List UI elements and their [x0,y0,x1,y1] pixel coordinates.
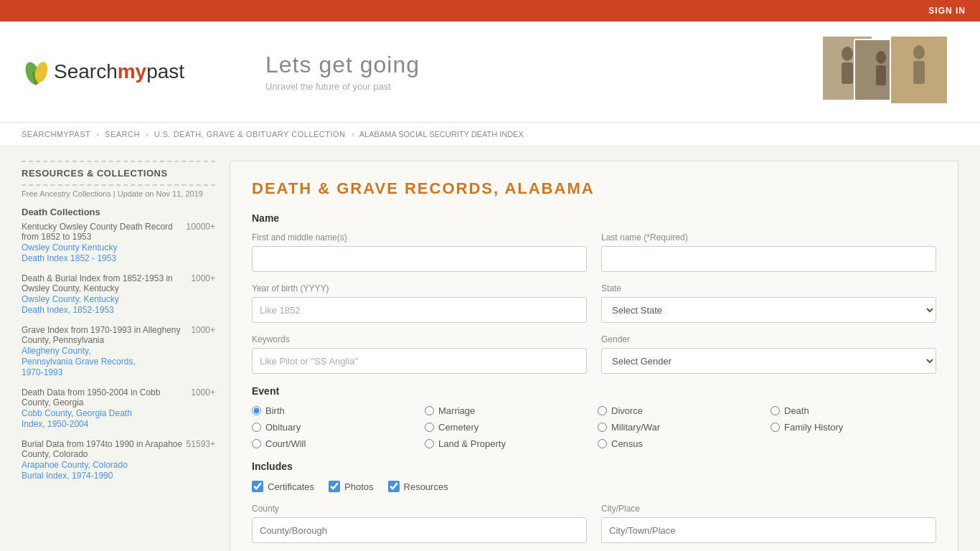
form-title: DEATH & GRAVE RECORDS, ALABAMA [252,179,936,198]
include-resources[interactable]: Resources [388,481,448,492]
event-military-radio[interactable] [598,423,607,432]
svg-rect-6 [842,62,853,84]
sidebar-item-count: 1000+ [191,325,215,335]
event-section-label: Event [252,385,936,397]
event-cemetery[interactable]: Cemetery [425,422,590,433]
event-death-radio[interactable] [771,406,780,415]
city-input[interactable] [601,517,936,543]
sidebar-item-count: 1000+ [191,273,215,283]
event-birth[interactable]: Birth [252,405,418,416]
gender-select[interactable]: Select Gender Male Female Unknown [601,348,936,374]
list-item: Kentucky Owsley County Death Record from… [22,222,215,263]
event-census[interactable]: Census [598,438,763,449]
includes-row: Certificates Photos Resources [252,481,936,492]
sidebar-category: Death Collections [22,207,215,217]
breadcrumb-collection[interactable]: U.S. DEATH, GRAVE & OBITUARY COLLECTION [154,130,346,138]
photo-collage [815,32,958,111]
year-birth-input[interactable] [252,297,587,323]
event-cemetery-radio[interactable] [425,423,434,432]
sidebar-item-desc: Grave Index from 1970-1993 in Allegheny … [22,325,187,345]
include-photos[interactable]: Photos [329,481,373,492]
state-select[interactable]: Select State Alabama Alaska Arizona Arka… [601,297,936,323]
event-family-history-radio[interactable] [771,423,780,432]
keywords-group: Keywords [252,334,587,374]
sidebar-subtitle: Free Ancestry Collections | Update on No… [22,189,215,198]
location-row: County City/Place [252,504,936,543]
event-land[interactable]: Land & Property [425,438,590,449]
sidebar-item-desc: Burial Data from 1974to 1990 in Arapahoe… [22,439,183,459]
event-marriage[interactable]: Marriage [425,405,590,416]
main-layout: RESOURCES & COLLECTIONS Free Ancestry Co… [0,146,980,551]
photos-label: Photos [344,481,373,492]
breadcrumb-search[interactable]: SEARCH [105,130,140,138]
sidebar-item-link-2[interactable]: Owsley County, KentuckyDeath Index, 1852… [22,294,119,315]
breadcrumb-sep3: › [352,130,354,138]
svg-point-7 [876,51,886,64]
event-obituary-radio[interactable] [252,423,261,432]
sidebar-item-desc: Kentucky Owsley County Death Record from… [22,222,183,242]
certificates-label: Certificates [268,481,314,492]
event-family-history[interactable]: Family History [771,422,936,433]
includes-label: Includes [252,461,936,472]
list-item: Grave Index from 1970-1993 in Allegheny … [22,325,215,377]
event-marriage-label: Marriage [438,405,475,416]
event-military[interactable]: Military/War [598,422,763,433]
logo-text: Searchmypast [54,60,184,83]
event-grid: Birth Marriage Divorce Death Obituary [252,405,936,449]
event-marriage-radio[interactable] [425,406,434,415]
keywords-label: Keywords [252,334,587,344]
keywords-gender-row: Keywords Gender Select Gender Male Femal… [252,334,936,374]
breadcrumb-sep1: › [96,130,99,138]
logo-icon [22,54,54,90]
event-divorce[interactable]: Divorce [598,405,763,416]
year-birth-label: Year of birth (YYYY) [252,283,587,293]
county-input[interactable] [252,517,587,543]
last-name-input[interactable] [601,246,936,272]
sidebar-item-link-3[interactable]: Allegheny County,Pennsylvania Grave Reco… [22,346,136,377]
breadcrumb-home[interactable]: SEARCHMYPAST [22,130,90,138]
sidebar-item-link-4[interactable]: Cobb County, Georgia DeathIndex, 1950-20… [22,408,132,429]
sidebar-item-desc: Death Data from 1950-2004 in Cobb County… [22,387,187,408]
svg-rect-8 [876,65,886,85]
last-name-label: Last name (*Required) [601,232,936,242]
event-land-radio[interactable] [425,439,434,448]
form-panel: DEATH & GRAVE RECORDS, ALABAMA Name Firs… [230,161,958,551]
event-family-history-label: Family History [784,422,843,433]
svg-point-9 [913,45,925,60]
tagline-heading: Lets get going [265,52,815,78]
sidebar-item-link-5[interactable]: Arapahoe County, ColoradoBurial Index, 1… [22,460,128,481]
sidebar-item-desc: Death & Burial Index from 1852-1953 in O… [22,273,187,293]
event-death[interactable]: Death [771,405,936,416]
gender-group: Gender Select Gender Male Female Unknown [601,334,936,374]
event-census-radio[interactable] [598,439,607,448]
event-birth-radio[interactable] [252,406,261,415]
state-label: State [601,283,936,293]
certificates-checkbox[interactable] [252,481,263,492]
header-photo [815,32,958,111]
first-name-input[interactable] [252,246,587,272]
first-name-group: First and middle name(s) [252,232,587,272]
sidebar-item-link-1[interactable]: Owsley County KentuckyDeath Index 1852 -… [22,242,117,263]
top-bar: SIGN IN [0,0,980,22]
event-court-radio[interactable] [252,439,261,448]
include-certificates[interactable]: Certificates [252,481,314,492]
signin-link[interactable]: SIGN IN [928,6,966,16]
list-item: Death & Burial Index from 1852-1953 in O… [22,273,215,315]
city-group: City/Place [601,504,936,543]
gender-label: Gender [601,334,936,344]
sidebar-item-count: 1000+ [191,387,215,397]
resources-checkbox[interactable] [388,481,400,492]
list-item: Burial Data from 1974to 1990 in Arapahoe… [22,439,215,481]
list-item: Death Data from 1950-2004 in Cobb County… [22,387,215,429]
breadcrumb-sep2: › [146,130,149,138]
keywords-input[interactable] [252,348,587,374]
photos-checkbox[interactable] [329,481,340,492]
county-label: County [252,504,587,514]
header: Searchmypast Lets get going Unravel the … [0,22,980,123]
event-divorce-radio[interactable] [598,406,607,415]
first-name-label: First and middle name(s) [252,232,587,242]
event-court[interactable]: Court/Will [252,438,418,449]
sidebar-section-title: RESOURCES & COLLECTIONS [22,161,215,186]
event-obituary[interactable]: Obituary [252,422,418,433]
event-section: Event Birth Marriage Divorce Death [252,385,936,449]
